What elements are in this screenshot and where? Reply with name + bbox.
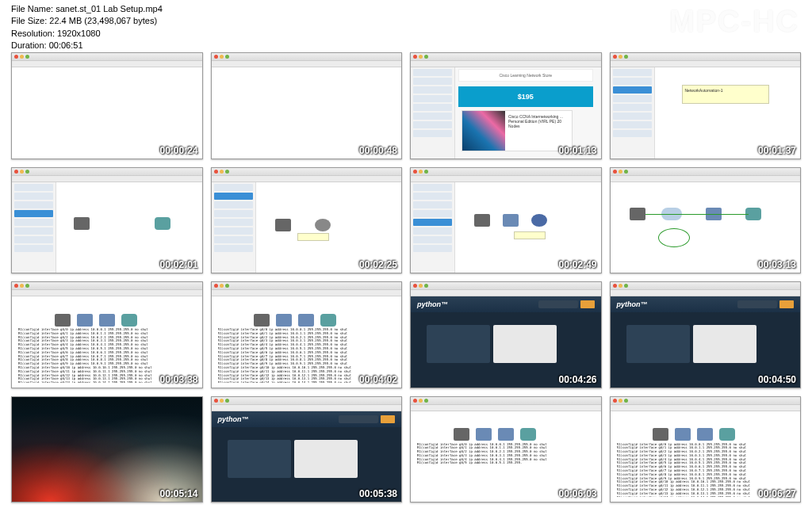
timestamp: 00:02:01 bbox=[159, 259, 197, 270]
file-name-value: sanet.st_01 Lab Setup.mp4 bbox=[56, 4, 163, 13]
file-info: File Name: sanet.st_01 Lab Setup.mp4 Fil… bbox=[11, 3, 163, 52]
timestamp: 00:04:26 bbox=[558, 374, 596, 385]
window-toolbar bbox=[611, 61, 801, 67]
product-card: Cisco CCNA Internetworking ... Personal … bbox=[462, 110, 573, 151]
highway-image bbox=[12, 397, 202, 502]
file-size-label: File Size: bbox=[11, 16, 47, 25]
cisco-header: Cisco Learning Network Store bbox=[458, 69, 593, 82]
window-titlebar bbox=[411, 397, 601, 405]
thumbnail[interactable]: python™00:05:38 bbox=[211, 396, 403, 503]
thumbnail[interactable]: NetworkAutomation-100:01:37 bbox=[610, 52, 802, 159]
timestamp: 00:01:13 bbox=[558, 145, 596, 156]
python-logo-text: python™ bbox=[617, 300, 648, 308]
node-switch-icon bbox=[77, 314, 93, 327]
window-titlebar bbox=[611, 282, 801, 290]
node-switch-icon bbox=[476, 428, 492, 441]
card bbox=[493, 325, 557, 363]
node-router-icon bbox=[155, 217, 170, 230]
gns3-sidebar bbox=[411, 182, 455, 273]
node-hub-icon bbox=[315, 219, 331, 231]
window-titlebar bbox=[12, 168, 202, 176]
node-switch-icon bbox=[697, 428, 713, 441]
card bbox=[228, 440, 291, 478]
go-button[interactable] bbox=[580, 300, 595, 308]
timestamp: 00:03:38 bbox=[159, 374, 197, 385]
window-titlebar bbox=[411, 282, 601, 290]
window-titlebar bbox=[212, 168, 402, 176]
node-switch-icon bbox=[503, 214, 519, 227]
window-toolbar bbox=[212, 176, 402, 182]
window-toolbar bbox=[411, 290, 601, 296]
thumbnail[interactable]: python™00:04:26 bbox=[410, 281, 602, 388]
node-router-icon bbox=[719, 428, 735, 441]
file-size-value: 22.4 MB (23,498,067 bytes) bbox=[49, 16, 157, 25]
node-hub-icon bbox=[531, 214, 547, 227]
window-toolbar bbox=[411, 61, 601, 67]
node-pc-icon bbox=[254, 314, 270, 327]
window-toolbar bbox=[212, 290, 402, 296]
node-router-icon bbox=[320, 314, 336, 327]
timestamp: 00:02:25 bbox=[359, 259, 397, 270]
card bbox=[294, 440, 358, 478]
window-toolbar bbox=[212, 61, 402, 67]
cisco-price-banner: $195 bbox=[458, 86, 593, 107]
timestamp: 00:05:14 bbox=[159, 488, 197, 499]
python-header: python™ bbox=[212, 411, 402, 427]
node-label bbox=[514, 231, 546, 239]
go-button[interactable] bbox=[779, 300, 794, 308]
window-titlebar bbox=[12, 53, 202, 61]
card bbox=[626, 325, 690, 363]
timestamp: 00:00:48 bbox=[359, 145, 397, 156]
thumbnail[interactable]: 00:02:49 bbox=[410, 167, 602, 274]
python-header: python™ bbox=[611, 296, 801, 312]
download-cards bbox=[427, 325, 557, 363]
thumbnail[interactable]: 00:00:24 bbox=[11, 52, 203, 159]
node-switch-icon bbox=[99, 314, 115, 327]
thumbnail[interactable]: R1(config)# interface g0/0 ip address 10… bbox=[410, 396, 602, 503]
search-input[interactable] bbox=[538, 300, 578, 308]
resolution-value: 1920x1080 bbox=[57, 29, 100, 38]
search-input[interactable] bbox=[737, 300, 777, 308]
thumbnail[interactable]: 00:02:25 bbox=[211, 167, 403, 274]
thumbnail[interactable]: R1(config)# interface g0/0 ip address 10… bbox=[211, 281, 403, 388]
timestamp: 00:04:02 bbox=[359, 374, 397, 385]
node-pc-icon bbox=[653, 428, 668, 441]
thumbnail[interactable]: python™00:04:50 bbox=[610, 281, 802, 388]
window-titlebar bbox=[212, 53, 402, 61]
window-toolbar bbox=[12, 176, 202, 182]
go-button[interactable] bbox=[381, 415, 395, 423]
product-image bbox=[462, 111, 505, 151]
window-titlebar bbox=[212, 282, 402, 290]
download-cards bbox=[626, 325, 756, 363]
window-toolbar bbox=[411, 176, 601, 182]
thumbnail[interactable]: R1(config)# interface g0/0 ip address 10… bbox=[11, 281, 203, 388]
timestamp: 00:06:03 bbox=[558, 488, 596, 499]
thumbnail[interactable]: 00:05:14 bbox=[11, 396, 203, 503]
thumbnail[interactable]: 00:02:01 bbox=[11, 167, 203, 274]
topology-row bbox=[52, 312, 163, 323]
thumbnail[interactable]: R1(config)# interface g0/0 ip address 10… bbox=[610, 396, 802, 503]
timestamp: 00:03:13 bbox=[758, 259, 796, 270]
window-toolbar bbox=[611, 290, 801, 296]
search-input[interactable] bbox=[339, 415, 378, 423]
download-cards bbox=[228, 440, 358, 478]
thumbnail[interactable]: 00:03:13 bbox=[610, 167, 802, 274]
watermark: MPC-HC bbox=[669, 5, 799, 39]
node-pc-icon bbox=[630, 208, 645, 220]
thumbnail[interactable]: Cisco Learning Network Store$195Cisco CC… bbox=[410, 52, 602, 159]
window-titlebar bbox=[611, 53, 801, 61]
timestamp: 00:02:49 bbox=[558, 259, 596, 270]
node-pc-icon bbox=[474, 214, 490, 227]
gns3-sidebar bbox=[12, 182, 56, 273]
timestamp: 00:01:37 bbox=[758, 145, 796, 156]
timestamp: 00:05:38 bbox=[359, 488, 397, 499]
window-toolbar bbox=[12, 61, 202, 67]
window-toolbar bbox=[411, 405, 601, 411]
timestamp: 00:04:50 bbox=[758, 374, 796, 385]
duration-value: 00:06:51 bbox=[49, 40, 83, 50]
thumbnail[interactable]: 00:00:48 bbox=[211, 52, 403, 159]
card bbox=[427, 325, 490, 363]
window-titlebar bbox=[411, 53, 601, 61]
python-logo-text: python™ bbox=[218, 415, 249, 423]
node-switch-icon bbox=[298, 314, 314, 327]
